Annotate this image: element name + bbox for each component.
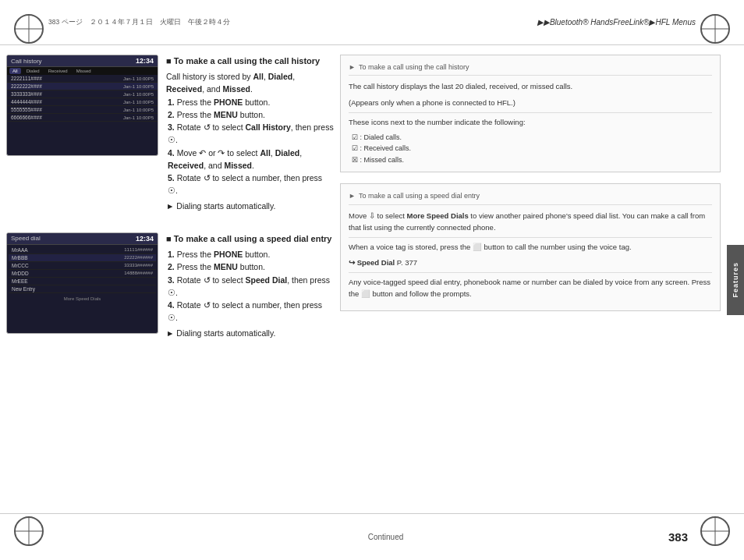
icon-dialed: ☑ : Dialed calls.: [352, 132, 712, 143]
info-icon-1: ►: [349, 62, 356, 73]
dialing-note-2: ► Dialing starts automatically.: [166, 327, 334, 339]
call-row-2: 2222222#### Jan-1 10:00P5: [7, 83, 158, 90]
divider-2: [349, 237, 712, 238]
step2-2: 2. Press the MENU button.: [168, 261, 334, 273]
section2-instructions: To make a call using a speed dial entry …: [166, 232, 334, 339]
call-row-3: 3333333#### Jan-1 10:00P5: [7, 90, 158, 98]
screen-header-2: Speed dial 12:34: [7, 233, 158, 245]
screen-tabs-1: All Dialed Received Missed: [7, 67, 158, 75]
more-speed-dials: More Speed Dials: [7, 295, 158, 303]
divider-3: [349, 272, 712, 273]
info-content-2a: Move ⇩ to select More Speed Dials to vie…: [349, 210, 712, 233]
speed-dial-screen: Speed dial 12:34 MrAAA 11111###### MrBBB…: [6, 232, 158, 334]
main-content: Call history 12:34 All Dialed Received M…: [0, 45, 727, 513]
screen-title-1: Call history: [11, 58, 42, 65]
screen-time-2: 12:34: [136, 235, 154, 243]
tab-dialed: Dialed: [23, 68, 43, 74]
continued-label: Continued: [103, 533, 668, 541]
icon-received: ☑ : Received calls.: [352, 143, 712, 154]
features-tab: Features: [727, 245, 744, 315]
info-box-1-header: ► To make a call using the call history: [349, 62, 712, 76]
dialing-note-1: ► Dialing starts automatically.: [166, 200, 334, 212]
step1-3: 3. Rotate ↺ to select Call History, then…: [168, 121, 334, 147]
screen-title-2: Speed dial: [11, 235, 41, 242]
section1-intro: Call history is stored by All, Dialed, R…: [166, 72, 295, 94]
info-box-2: ► To make a call using a speed dial entr…: [340, 183, 721, 311]
info-content-2c: Any voice-tagged speed dial entry, phone…: [349, 276, 712, 299]
speed-row-2: MrBBB 22222######: [9, 254, 156, 262]
info-content-1c: These icons next to the number indicate …: [349, 116, 712, 128]
breadcrumb: ▶▶Bluetooth® HandsFreeLink®▶HFL Menus: [537, 18, 696, 27]
page-number: 383: [668, 530, 688, 544]
features-tab-label: Features: [732, 262, 739, 298]
step2-4: 4. Rotate ↺ to select a number, then pre…: [168, 299, 334, 324]
speed-row-new: New Entry: [9, 285, 156, 293]
icon-missed: ☒ : Missed calls.: [352, 154, 712, 165]
step2-1: 1. Press the PHONE button.: [168, 248, 334, 261]
section1-heading: To make a call using the call history: [166, 55, 334, 68]
page-info: 383 ページ ２０１４年７月１日 火曜日 午後２時４分: [48, 18, 230, 27]
speed-row-3: MrCCC 33333######: [9, 262, 156, 270]
call-row-1: 2222111#### Jan-1 10:00P5: [7, 75, 158, 83]
section1-block: Call history 12:34 All Dialed Received M…: [6, 55, 334, 212]
bottom-bar: Continued 383: [0, 513, 744, 560]
divider-1: [349, 112, 712, 113]
info-content-1a: The call history displays the last 20 di…: [349, 80, 712, 92]
call-row-4: 4444444#### Jan-1 10:00P5: [7, 98, 158, 106]
section2-block: Speed dial 12:34 MrAAA 11111###### MrBBB…: [6, 232, 334, 339]
section1-instructions: To make a call using the call history Ca…: [166, 55, 334, 212]
info-content-2b: When a voice tag is stored, press the ⬜ …: [349, 241, 712, 253]
speed-dial-content: MrAAA 11111###### MrBBB 22222###### MrCC…: [7, 245, 158, 295]
tab-received: Received: [45, 68, 71, 74]
step1-1: 1. Press the PHONE button.: [168, 96, 334, 108]
step1-2: 2. Press the MENU button.: [168, 108, 334, 121]
tab-missed: Missed: [73, 68, 94, 74]
info-box-1: ► To make a call using the call history …: [340, 55, 721, 172]
section2-heading: To make a call using a speed dial entry: [166, 232, 334, 246]
step1-5: 5. Rotate ↺ to select a number, then pre…: [168, 172, 334, 197]
speed-row-4: MrDDD 14888######: [9, 270, 156, 278]
call-row-5: 5555555#### Jan-1 10:00P5: [7, 106, 158, 114]
tab-all: All: [9, 68, 21, 74]
speed-row-5: MrEEE: [9, 278, 156, 285]
speed-dial-ref: ↪ Speed Dial P. 377: [349, 257, 712, 268]
call-history-screen: Call history 12:34 All Dialed Received M…: [6, 55, 158, 156]
screen-header-1: Call history 12:34: [7, 55, 158, 67]
speed-row-1: MrAAA 11111######: [9, 246, 156, 254]
left-column: Call history 12:34 All Dialed Received M…: [6, 55, 334, 507]
info-content-1b: (Appears only when a phone is connected …: [349, 97, 712, 108]
top-bar: 383 ページ ２０１４年７月１日 火曜日 午後２時４分 ▶▶Bluetooth…: [0, 0, 744, 45]
step2-3: 3. Rotate ↺ to select Speed Dial, then p…: [168, 274, 334, 299]
info-box-2-header: ► To make a call using a speed dial entr…: [349, 190, 712, 204]
info-icon-2: ►: [349, 190, 356, 201]
step1-4: 4. Move ↶ or ↷ to select All, Dialed, Re…: [168, 147, 334, 172]
screen-time-1: 12:34: [136, 57, 154, 65]
right-column: ► To make a call using the call history …: [340, 55, 721, 507]
call-row-6: 6666666#### Jan-1 10:00P5: [7, 114, 158, 122]
